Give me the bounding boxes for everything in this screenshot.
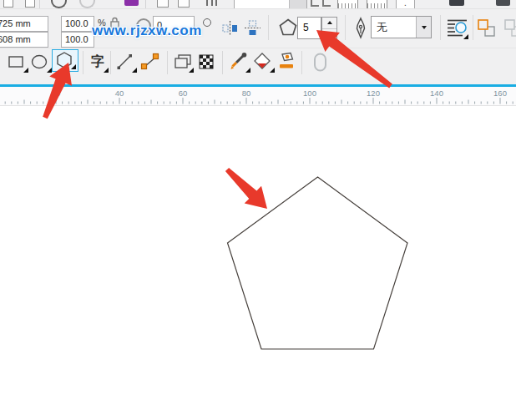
app-window: . 725 mm 608 mm 100.0 100.0 % 0: [0, 0, 516, 420]
horizontal-ruler[interactable]: 20406080100120140160: [0, 87, 516, 106]
new-document-icon[interactable]: [3, 0, 13, 8]
object-width-field[interactable]: 725 mm: [0, 16, 48, 32]
fullscreen-icon[interactable]: [311, 0, 319, 7]
eyedropper-icon: [229, 52, 250, 73]
stacked-rectangles-icon: [172, 52, 194, 73]
svg-text:140: 140: [430, 89, 443, 98]
scale-vertical-field[interactable]: 100.0: [61, 32, 94, 48]
export-icon[interactable]: [178, 0, 190, 8]
zoom-level-dropdown[interactable]: [234, 0, 307, 9]
svg-text:160: 160: [493, 89, 507, 98]
boundary-disabled-icon: [503, 18, 516, 38]
show-grid-icon[interactable]: [367, 0, 387, 9]
app-launcher-icon[interactable]: [124, 0, 139, 6]
property-bar: 725 mm 608 mm 100.0 100.0 % 0 5: [0, 9, 516, 48]
bezier-icon: [140, 52, 162, 73]
text-wrap-icon[interactable]: [446, 18, 469, 39]
smart-fill-icon: [277, 52, 299, 73]
svg-text:80: 80: [242, 89, 251, 98]
spinner-up-button[interactable]: [322, 18, 336, 29]
toolbox-separator: [110, 51, 111, 74]
drawing-canvas[interactable]: [0, 106, 516, 420]
polygon-points-icon: [278, 18, 298, 37]
bezier-tool[interactable]: [140, 52, 162, 73]
ellipse-icon: [30, 52, 52, 73]
toolbox: 字: [0, 48, 516, 85]
standard-toolbar: .: [0, 0, 516, 9]
text-tool[interactable]: 字: [87, 52, 109, 73]
dropdown-arrow-icon: [422, 26, 427, 29]
spinner-up-icon: [327, 21, 332, 24]
outline-pen-icon: [353, 16, 368, 41]
rectangle-icon: [7, 52, 28, 73]
toolbar-separator: [39, 0, 40, 8]
ruler-ticks: 20406080100120140160: [0, 87, 516, 105]
toolbox-separator: [301, 51, 302, 74]
svg-text:20: 20: [52, 89, 61, 98]
undo-icon[interactable]: [51, 0, 67, 8]
mirror-horizontal-button[interactable]: [221, 20, 239, 36]
eyedropper-tool[interactable]: [229, 52, 250, 73]
propbar-separator: [440, 15, 441, 40]
wrap-boundary-icon[interactable]: [477, 18, 497, 38]
svg-text:120: 120: [367, 89, 380, 98]
shapes-tool[interactable]: [172, 52, 194, 73]
outline-tool-disabled: [310, 52, 331, 73]
propbar-separator: [473, 15, 473, 40]
show-rulers-icon[interactable]: [337, 0, 358, 9]
dropdown-arrow-button[interactable]: [416, 17, 431, 38]
fill-tool[interactable]: [253, 52, 275, 73]
pattern-fill-tool[interactable]: [197, 52, 219, 73]
toolbox-separator: [83, 51, 83, 74]
scale-horizontal-field[interactable]: 100.0: [61, 16, 94, 32]
import-icon[interactable]: [157, 0, 169, 8]
preview-icon[interactable]: [322, 0, 331, 7]
polygon-points-field[interactable]: 5: [297, 17, 321, 39]
rectangle-tool[interactable]: [7, 52, 28, 73]
outline-width-dropdown[interactable]: 无: [371, 16, 432, 38]
svg-text:60: 60: [179, 89, 188, 98]
snap-menu-icon[interactable]: [449, 0, 464, 6]
redo-icon: [79, 0, 95, 8]
open-document-icon[interactable]: [25, 0, 35, 8]
propbar-separator: [268, 15, 269, 40]
outline-width-value: 无: [377, 17, 387, 38]
options-icon[interactable]: [496, 0, 510, 6]
text-tool-glyph: 字: [87, 52, 109, 72]
mirror-vertical-button[interactable]: [244, 20, 261, 36]
object-height-field[interactable]: 608 mm: [0, 32, 48, 48]
polygon-tool-selected[interactable]: [52, 49, 78, 72]
watermark: www.rjzxw.com: [92, 23, 202, 39]
toolbox-separator: [222, 51, 223, 74]
checkerboard-icon: [197, 52, 219, 73]
svg-text:40: 40: [115, 89, 124, 98]
polygon-points-spinner: [321, 17, 337, 39]
toolbar-separator: [145, 0, 146, 8]
freehand-line-tool[interactable]: [115, 52, 137, 73]
spinner-down-icon: [327, 32, 332, 35]
outline-ring-icon: [310, 52, 331, 73]
fill-diamond-icon: [253, 52, 275, 73]
polygon-icon: [53, 50, 78, 71]
smart-fill-tool[interactable]: [277, 52, 299, 73]
guidelines-button[interactable]: .: [396, 0, 415, 9]
ellipse-tool[interactable]: [30, 52, 52, 73]
propbar-separator: [345, 15, 346, 40]
spinner-down-button[interactable]: [322, 28, 336, 39]
degree-symbol-icon: [203, 18, 211, 27]
svg-text:100: 100: [303, 89, 316, 98]
toolbox-separator: [167, 51, 168, 74]
freehand-line-icon: [115, 52, 137, 73]
delete-icon[interactable]: [206, 0, 217, 6]
